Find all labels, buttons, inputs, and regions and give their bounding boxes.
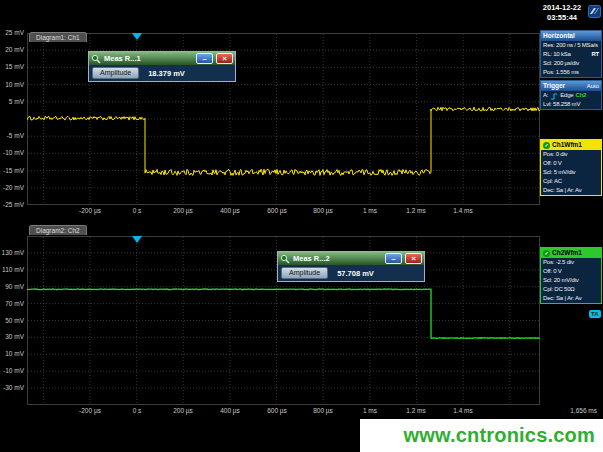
panel-row-text: Off: 0 V: [543, 267, 562, 276]
meas-window-1-titlebar[interactable]: Meas R...1 – ×: [89, 52, 235, 65]
y-axis-label: -10 mV: [0, 367, 24, 374]
trigger-source-row: A: Edge Ch2: [541, 91, 601, 100]
meas-window-2[interactable]: Meas R...2 – × Amplitude 57.708 mV: [277, 251, 425, 282]
meas-window-2-title: Meas R...2: [293, 252, 382, 265]
x-axis-label: 0 s: [133, 207, 142, 214]
ch2-wfm-panel[interactable]: ✓Ch2Wfm1Pos: -2.5 divOff: 0 VScl: 20 mV/…: [540, 247, 602, 304]
meas-window-2-body: Amplitude 57.708 mV: [278, 265, 424, 281]
edge-trigger-icon: [550, 92, 558, 100]
watermark-text: www.cntronics.com: [403, 424, 595, 447]
x-axis-label: 1.4 ms: [453, 207, 473, 214]
trigger-panel-header: Trigger Auto: [541, 81, 601, 91]
meas-window-2-titlebar[interactable]: Meas R...2 – ×: [278, 252, 424, 265]
panel-row: Pos: -2.5 div: [541, 258, 601, 267]
diagram-tab-1[interactable]: Diagram1: Ch1: [29, 32, 87, 42]
ch1-wfm-panel[interactable]: ✓Ch1Wfm1Pos: 0 divOff: 0 VScl: 5 mV/divC…: [540, 139, 602, 196]
x-axis-label: 1.4 ms: [453, 407, 473, 414]
trigger-panel[interactable]: Trigger Auto A: Edge Ch2 Lvl: 58.258 mV: [540, 80, 602, 110]
trigger-type: Edge: [560, 91, 573, 100]
trigger-level-tag[interactable]: TA: [589, 310, 601, 318]
panel-row: Pos: 1.556 ms: [541, 68, 601, 77]
panel-row-text: Pos: 1.556 ms: [543, 68, 579, 77]
x-axis-label: 0 s: [133, 407, 142, 414]
y-axis-label: 90 mV: [0, 283, 24, 290]
y-axis-label: 20 mV: [0, 46, 24, 53]
panel-row-text: Pos: -2.5 div: [543, 258, 574, 267]
ch2-wfm-tab[interactable]: ✓Ch2Wfm1: [541, 248, 601, 258]
panel-row: Pos: 0 div: [541, 150, 601, 159]
y-axis-label: 110 mV: [0, 266, 24, 273]
y-axis-label: 10 mV: [0, 81, 24, 88]
check-icon: ✓: [543, 142, 550, 149]
x-axis-label: 800 µs: [313, 207, 333, 214]
panel-row-text: Dec: Sa | Ar: Av: [543, 186, 582, 195]
x-axis-label: -200 µs: [79, 207, 101, 214]
x-axis-label: 200 µs: [173, 207, 193, 214]
realtime-badge: RT: [591, 50, 599, 59]
panel-row: Scl: 200 µs/div: [541, 59, 601, 68]
ch1-wfm-tab[interactable]: ✓Ch1Wfm1: [541, 140, 601, 150]
magnifier-icon: [91, 54, 101, 64]
diagram-tab-2[interactable]: Diagram2: Ch2: [29, 225, 87, 235]
x-axis-label: 400 µs: [220, 407, 240, 414]
meas-value: 18.379 mV: [148, 69, 185, 78]
panel-row-text: Res: 200 ns / 5 MSa/s: [543, 41, 598, 50]
panel-row-text: Cpl: DC 50Ω: [543, 285, 575, 294]
ch2-wfm-label: Ch2Wfm1: [552, 249, 582, 257]
meas-window-1-title: Meas R...1: [104, 52, 193, 65]
y-axis-label: -15 mV: [0, 167, 24, 174]
panel-row: Dec: Sa | Ar: Av: [541, 186, 601, 195]
panel-row: Cpl: DC 50Ω: [541, 285, 601, 294]
y-axis-label: -10 mV: [0, 149, 24, 156]
meas-window-1-body: Amplitude 18.379 mV: [89, 65, 235, 81]
horizontal-panel-header: Horizontal: [541, 31, 601, 41]
trigger-level-row: Lvl: 58.258 mV: [541, 100, 601, 109]
panel-row: Cpl: AC: [541, 177, 601, 186]
x-axis-label: 800 µs: [313, 407, 333, 414]
x-axis-label: 600 µs: [267, 407, 287, 414]
panel-row: Scl: 5 mV/div: [541, 168, 601, 177]
close-button[interactable]: ×: [405, 253, 422, 264]
minimize-button[interactable]: –: [196, 53, 213, 64]
trigger-position-marker[interactable]: [132, 33, 142, 40]
y-axis-label: -30 mV: [0, 384, 24, 391]
y-axis-label: 5 mV: [0, 98, 24, 105]
trigger-position-marker[interactable]: [132, 236, 142, 243]
time-text: 03:55:44: [539, 13, 585, 23]
watermark-box: www.cntronics.com: [360, 419, 603, 452]
y-axis-label: 10 mV: [0, 350, 24, 357]
date-text: 2014-12-22: [539, 3, 585, 13]
panel-row-text: Scl: 20 mV/div: [543, 276, 579, 285]
panel-row: RL: 10 kSaRT: [541, 50, 601, 59]
meas-metric-chip[interactable]: Amplitude: [281, 267, 328, 279]
trigger-prefix: A:: [543, 91, 548, 100]
ch1-wfm-label: Ch1Wfm1: [552, 141, 582, 149]
panel-row-text: Cpl: AC: [543, 177, 562, 186]
rs-logo: [588, 5, 601, 18]
panel-row: Res: 200 ns / 5 MSa/s: [541, 41, 601, 50]
x-axis-label: 1 ms: [363, 407, 377, 414]
check-icon: ✓: [543, 250, 550, 257]
y-axis-label: 50 mV: [0, 317, 24, 324]
panel-row-text: Dec: Sa | Ar: Av: [543, 294, 582, 303]
meas-metric-chip[interactable]: Amplitude: [92, 67, 139, 79]
panel-row-text: Scl: 5 mV/div: [543, 168, 575, 177]
panel-row-text: Off: 0 V: [543, 159, 562, 168]
x-axis-label: -200 µs: [79, 407, 101, 414]
y-axis-label: -5 mV: [0, 132, 24, 139]
trigger-level: Lvl: 58.258 mV: [543, 100, 580, 109]
horizontal-rows: Res: 200 ns / 5 MSa/sRL: 10 kSaRTScl: 20…: [541, 41, 601, 77]
x-axis-label: 1.2 ms: [406, 207, 426, 214]
y-axis-label: 25 mV: [0, 29, 24, 36]
x-axis-label: 200 µs: [173, 407, 193, 414]
panel-row: Dec: Sa | Ar: Av: [541, 294, 601, 303]
y-axis-label: 15 mV: [0, 63, 24, 70]
minimize-button[interactable]: –: [385, 253, 402, 264]
x-axis-label: 1 ms: [363, 207, 377, 214]
x-axis-label: 600 µs: [267, 207, 287, 214]
close-button[interactable]: ×: [216, 53, 233, 64]
horizontal-panel[interactable]: Horizontal Res: 200 ns / 5 MSa/sRL: 10 k…: [540, 30, 602, 78]
meas-window-1[interactable]: Meas R...1 – × Amplitude 18.379 mV: [88, 51, 236, 82]
trigger-source: Ch2: [576, 91, 587, 100]
panel-row-text: Pos: 0 div: [543, 150, 567, 159]
